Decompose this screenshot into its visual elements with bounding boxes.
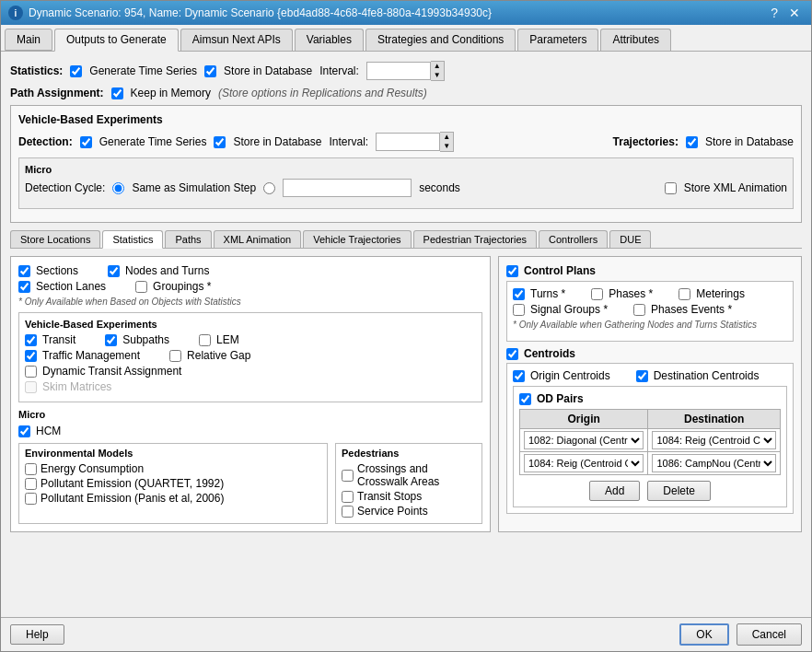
generate-time-series-checkbox[interactable] (70, 65, 82, 77)
veh-spin-down-button[interactable]: ▼ (440, 142, 453, 151)
tab-aimsun[interactable]: Aimsun Next APIs (180, 29, 293, 51)
groupings-checkbox[interactable] (135, 281, 147, 293)
store-in-database-checkbox[interactable] (204, 65, 216, 77)
delete-od-button[interactable]: Delete (647, 481, 711, 501)
help-button[interactable]: Help (10, 624, 64, 645)
nodes-turns-checkbox[interactable] (108, 265, 120, 277)
hcm-checkbox[interactable] (18, 425, 30, 437)
veh-store-in-database-checkbox[interactable] (214, 136, 226, 148)
control-plans-checkbox[interactable] (506, 265, 518, 277)
keep-in-memory-checkbox[interactable] (111, 87, 123, 99)
env-models-title: Environmental Models (25, 448, 321, 459)
inner-tab-xml-animation[interactable]: XML Animation (214, 230, 302, 248)
custom-cycle-radio[interactable] (263, 182, 275, 194)
veh-store-in-database-label: Store in Database (233, 135, 321, 148)
traffic-mgmt-checkbox[interactable] (25, 350, 37, 362)
relative-gap-checkbox[interactable] (169, 350, 181, 362)
sections-label: Sections (36, 264, 78, 277)
store-xml-checkbox[interactable] (665, 182, 677, 194)
origin-header: Origin (520, 410, 648, 429)
tab-main[interactable]: Main (5, 29, 52, 51)
help-window-button[interactable]: ? (767, 6, 782, 20)
od-pairs-label: OD Pairs (537, 392, 584, 405)
veh-interval-input[interactable]: 00:10:00 (376, 133, 440, 151)
lem-checkbox[interactable] (199, 334, 211, 346)
tab-variables[interactable]: Variables (295, 29, 364, 51)
inner-tab-statistics[interactable]: Statistics (102, 230, 163, 249)
meterings-checkbox[interactable] (679, 288, 690, 300)
od-row-2-origin-select[interactable]: 1084: Reig (Centroid Cor (524, 454, 644, 472)
tab-outputs[interactable]: Outputs to Generate (54, 29, 179, 52)
inner-tab-pedestrian-trajectories[interactable]: Pedestrian Trajectories (413, 230, 538, 248)
od-row-1-destination-select[interactable]: 1084: Reig (Centroid Cor (652, 431, 776, 449)
transit-stops-checkbox[interactable] (342, 491, 354, 503)
inner-tab-store-locations[interactable]: Store Locations (10, 230, 100, 248)
spin-down-button[interactable]: ▼ (431, 71, 444, 80)
micro-stats-title: Micro (18, 409, 45, 420)
sections-checkbox[interactable] (18, 265, 30, 277)
phases-events-checkbox[interactable] (633, 304, 645, 316)
destination-centroids-label: Destination Centroids (654, 369, 760, 382)
interval-input[interactable]: 00:10:00 (366, 62, 431, 80)
tab-strategies[interactable]: Strategies and Conditions (365, 29, 516, 51)
energy-consumption-checkbox[interactable] (25, 463, 37, 475)
ok-button[interactable]: OK (679, 623, 728, 646)
energy-consumption-label: Energy Consumption (41, 462, 144, 475)
inner-tab-controllers[interactable]: Controllers (539, 230, 608, 248)
trajectories-store-label: Store in Database (705, 135, 794, 148)
section-lanes-checkbox[interactable] (18, 281, 30, 293)
destination-centroids-checkbox[interactable] (636, 370, 648, 382)
tab-attributes[interactable]: Attributes (600, 29, 671, 51)
od-buttons-row: Add Delete (519, 481, 781, 501)
custom-cycle-input[interactable]: 1 (283, 179, 412, 197)
control-plans-section: Control Plans Turns * Phases * Meterings (506, 264, 794, 342)
tab-parameters[interactable]: Parameters (517, 29, 598, 51)
crossings-checkbox[interactable] (342, 470, 354, 482)
dynamic-transit-row: Dynamic Transit Assignment (25, 365, 476, 378)
od-table: Origin Destination 1082: Diagonal (Centr (519, 409, 781, 475)
environmental-models-section: Environmental Models Energy Consumption … (18, 443, 328, 524)
vehicle-experiments-section: Vehicle-Based Experiments Detection: Gen… (10, 105, 802, 223)
spin-up-button[interactable]: ▲ (431, 62, 444, 71)
inner-tab-due[interactable]: DUE (609, 230, 651, 248)
service-points-row: Service Points (342, 505, 476, 518)
pollutant-panis-checkbox[interactable] (25, 493, 37, 505)
control-plans-inner: Turns * Phases * Meterings Signal Groups… (506, 281, 794, 342)
store-options-note: (Store options in Replications and Resul… (218, 87, 427, 99)
inner-tab-paths[interactable]: Paths (165, 230, 211, 248)
signal-groups-checkbox[interactable] (513, 304, 525, 316)
inner-tab-vehicle-trajectories[interactable]: Vehicle Trajectories (303, 230, 411, 248)
skim-matrices-checkbox[interactable] (25, 381, 37, 393)
nodes-turns-label: Nodes and Turns (125, 264, 209, 277)
turns-phases-meterings-row: Turns * Phases * Meterings (513, 287, 787, 300)
app-icon: i (8, 6, 23, 20)
od-pairs-checkbox[interactable] (519, 393, 531, 405)
pedestrians-section: Pedestrians Crossings and Crosswalk Area… (335, 443, 482, 524)
veh-spin-up-button[interactable]: ▲ (440, 133, 453, 142)
od-row-1-origin-select[interactable]: 1082: Diagonal (Centroic (524, 431, 644, 449)
cancel-button[interactable]: Cancel (737, 623, 802, 646)
phases-checkbox[interactable] (591, 288, 603, 300)
dynamic-transit-checkbox[interactable] (25, 366, 37, 378)
centroids-checkbox[interactable] (506, 348, 518, 360)
service-points-checkbox[interactable] (342, 506, 354, 518)
transit-checkbox[interactable] (25, 334, 37, 346)
groupings-label: Groupings * (153, 280, 211, 293)
hcm-label: HCM (36, 425, 61, 437)
veh-generate-time-series-label: Generate Time Series (99, 135, 207, 148)
subpaths-checkbox[interactable] (105, 334, 117, 346)
pollutant-quartet-checkbox[interactable] (25, 478, 37, 490)
trajectories-store-checkbox[interactable] (686, 136, 698, 148)
veh-generate-time-series-checkbox[interactable] (80, 136, 92, 148)
add-od-button[interactable]: Add (589, 481, 640, 501)
skim-matrices-row: Skim Matrices (25, 380, 476, 393)
seconds-label: seconds (419, 181, 460, 194)
turns-checkbox[interactable] (513, 288, 525, 300)
od-pairs-section: OD Pairs Origin Destination (513, 386, 787, 507)
close-window-button[interactable]: ✕ (785, 6, 804, 20)
od-row-2-origin: 1084: Reig (Centroid Cor (520, 452, 648, 475)
pollutant-quartet-row: Pollutant Emission (QUARTET, 1992) (25, 477, 321, 490)
origin-centroids-checkbox[interactable] (513, 370, 525, 382)
same-as-sim-radio[interactable] (112, 182, 124, 194)
od-row-2-destination-select[interactable]: 1086: CampNou (Centro (652, 454, 776, 472)
